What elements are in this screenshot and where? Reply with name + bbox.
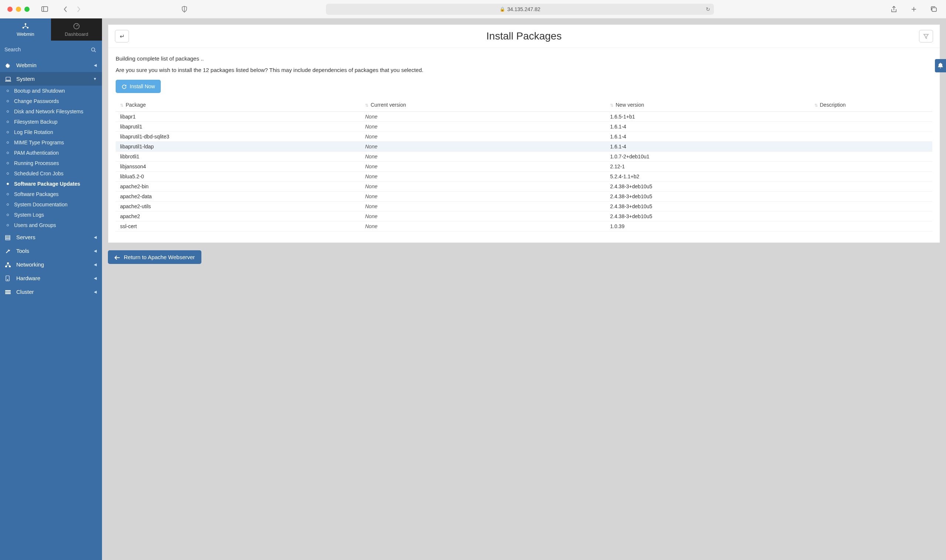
sidebar-item-users-and-groups[interactable]: Users and Groups (0, 220, 102, 230)
shield-icon[interactable] (180, 5, 189, 14)
cell-new-version: 2.4.38-3+deb10u5 (606, 192, 810, 202)
bullet-icon (7, 193, 9, 195)
cell-package: libaprutil1-dbd-sqlite3 (116, 132, 361, 142)
table-row[interactable]: ssl-certNone1.0.39 (116, 222, 932, 231)
cell-current-version: None (361, 172, 606, 182)
col-description[interactable]: ⇅Description (810, 98, 933, 112)
sidebar-toggle-icon[interactable] (40, 5, 49, 14)
svg-rect-14 (6, 237, 10, 238)
cell-package: libbrotli1 (116, 152, 361, 162)
return-button[interactable]: Return to Apache Webserver (108, 250, 201, 264)
cell-description (810, 162, 933, 172)
table-row[interactable]: liblua5.2-0None5.2.4-1.1+b2 (116, 172, 932, 182)
cell-package: libjansson4 (116, 162, 361, 172)
sidebar: Webmin Dashboard Webmin ◀ (0, 18, 102, 560)
cell-new-version: 1.6.1-4 (606, 122, 810, 132)
table-row[interactable]: libaprutil1None1.6.1-4 (116, 122, 932, 132)
table-row[interactable]: libaprutil1-dbd-sqlite3None1.6.1-4 (116, 132, 932, 142)
tab-webmin[interactable]: Webmin (0, 18, 51, 41)
tab-dashboard[interactable]: Dashboard (51, 18, 102, 41)
sidebar-item-disk-and-network-filesystems[interactable]: Disk and Network Filesystems (0, 106, 102, 117)
reload-icon[interactable]: ↻ (706, 6, 710, 12)
table-row[interactable]: libjansson4None2.12-1 (116, 162, 932, 172)
table-row[interactable]: apache2-dataNone2.4.38-3+deb10u5 (116, 192, 932, 202)
minimize-window-button[interactable] (16, 7, 21, 12)
bullet-icon (7, 110, 9, 112)
sidebar-item-label: Running Processes (14, 160, 59, 166)
status-text: Building complete list of packages .. (116, 55, 932, 62)
install-now-label: Install Now (130, 83, 155, 89)
tabs-overview-icon[interactable] (929, 5, 938, 14)
table-row[interactable]: apache2-utilsNone2.4.38-3+deb10u5 (116, 202, 932, 212)
cell-new-version: 2.4.38-3+deb10u5 (606, 202, 810, 212)
filter-button[interactable] (919, 30, 933, 42)
notifications-tab[interactable] (935, 59, 946, 72)
col-package[interactable]: ⇅Package (116, 98, 361, 112)
sidebar-item-system-logs[interactable]: System Logs (0, 210, 102, 220)
table-row[interactable]: apache2None2.4.38-3+deb10u5 (116, 212, 932, 222)
nav-networking[interactable]: Networking ◀ (0, 258, 102, 271)
cell-package: libaprutil1-ldap (116, 142, 361, 152)
chevron-left-icon: ◀ (94, 276, 97, 280)
url-bar[interactable]: 🔒 34.135.247.82 ↻ (326, 4, 714, 15)
svg-rect-18 (9, 266, 11, 267)
search-icon[interactable] (91, 46, 96, 52)
nav-servers[interactable]: Servers ◀ (0, 230, 102, 244)
cell-description (810, 212, 933, 222)
sidebar-item-pam-authentication[interactable]: PAM Authentication (0, 148, 102, 158)
forward-button[interactable] (74, 5, 83, 14)
col-new-version[interactable]: ⇅New version (606, 98, 810, 112)
nav-system[interactable]: System ▼ (0, 72, 102, 86)
sidebar-item-filesystem-backup[interactable]: Filesystem Backup (0, 117, 102, 127)
cell-description (810, 222, 933, 231)
back-button[interactable]: ↵ (115, 30, 129, 42)
svg-rect-13 (6, 235, 10, 237)
nav-hardware[interactable]: Hardware ◀ (0, 271, 102, 285)
svg-rect-16 (7, 263, 9, 264)
table-row[interactable]: libapr1None1.6.5-1+b1 (116, 112, 932, 122)
sidebar-item-running-processes[interactable]: Running Processes (0, 158, 102, 168)
nav-webmin[interactable]: Webmin ◀ (0, 58, 102, 72)
table-row[interactable]: apache2-binNone2.4.38-3+deb10u5 (116, 182, 932, 192)
cell-new-version: 2.12-1 (606, 162, 810, 172)
table-row[interactable]: libaprutil1-ldapNone1.6.1-4 (116, 142, 932, 152)
search-input[interactable] (5, 44, 97, 55)
nav-tools-label: Tools (16, 248, 29, 254)
webmin-icon (22, 23, 29, 30)
maximize-window-button[interactable] (25, 7, 29, 12)
new-tab-icon[interactable] (909, 5, 919, 14)
arrow-left-icon (114, 254, 120, 260)
nav-networking-label: Networking (16, 262, 44, 268)
cell-current-version: None (361, 182, 606, 192)
sidebar-item-change-passwords[interactable]: Change Passwords (0, 96, 102, 106)
sidebar-item-log-file-rotation[interactable]: Log File Rotation (0, 127, 102, 137)
bullet-icon (7, 172, 9, 175)
sidebar-item-mime-type-programs[interactable]: MIME Type Programs (0, 137, 102, 148)
sidebar-item-label: MIME Type Programs (14, 140, 64, 145)
svg-rect-21 (5, 290, 11, 291)
nav-tools[interactable]: Tools ◀ (0, 244, 102, 258)
col-current-version[interactable]: ⇅Current version (361, 98, 606, 112)
close-window-button[interactable] (8, 7, 12, 12)
sidebar-item-software-package-updates[interactable]: Software Package Updates (0, 178, 102, 189)
sidebar-item-software-packages[interactable]: Software Packages (0, 189, 102, 199)
table-row[interactable]: libbrotli1None1.0.7-2+deb10u1 (116, 152, 932, 162)
sidebar-item-system-documentation[interactable]: System Documentation (0, 199, 102, 210)
tab-webmin-label: Webmin (17, 31, 34, 37)
sidebar-item-bootup-and-shutdown[interactable]: Bootup and Shutdown (0, 86, 102, 96)
sidebar-item-label: Log File Rotation (14, 129, 53, 135)
cell-description (810, 152, 933, 162)
laptop-icon (5, 76, 12, 82)
back-button[interactable] (60, 5, 70, 14)
install-now-button[interactable]: Install Now (116, 80, 161, 93)
svg-rect-22 (5, 292, 11, 293)
cell-description (810, 142, 933, 152)
sidebar-item-scheduled-cron-jobs[interactable]: Scheduled Cron Jobs (0, 168, 102, 178)
chevron-down-icon: ▼ (93, 77, 97, 81)
url-text: 34.135.247.82 (508, 6, 541, 12)
share-icon[interactable] (889, 5, 899, 14)
nav-cluster[interactable]: Cluster ◀ (0, 285, 102, 298)
dashboard-icon (73, 23, 80, 30)
tab-dashboard-label: Dashboard (65, 31, 88, 37)
cell-package: apache2-data (116, 192, 361, 202)
